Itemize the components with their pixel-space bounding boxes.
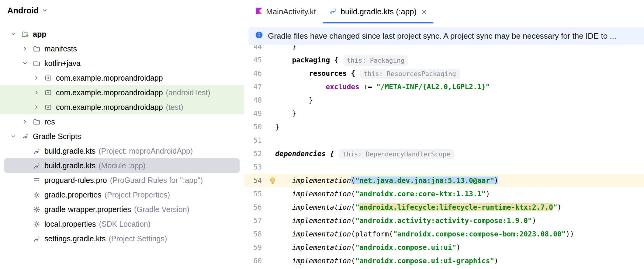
- code-token: [275, 56, 292, 64]
- project-tree: appmanifestskotlin+javacom.example.mopro…: [0, 19, 244, 246]
- code-token: "androidx.core:core-ktx:1.13.1": [355, 190, 486, 198]
- line-number[interactable]: 50: [244, 120, 262, 134]
- line-number[interactable]: 54: [244, 174, 262, 187]
- close-icon[interactable]: ×: [421, 7, 427, 16]
- tree-item-label: build.gradle.kts: [44, 147, 95, 155]
- code-token: [275, 243, 292, 251]
- editor-tab[interactable]: MainActivity.kt: [249, 0, 323, 23]
- tree-row[interactable]: com.example.moproandroidapp: [0, 71, 244, 85]
- tree-row[interactable]: local.properties(SDK Location): [0, 217, 244, 231]
- code-token: "androidx.compose.ui:ui": [355, 243, 456, 251]
- tab-label: build.gradle.kts (:app): [341, 7, 417, 16]
- chevron-right-icon[interactable]: [22, 46, 33, 52]
- code-token: ): [532, 217, 536, 225]
- kotlin-icon: [256, 7, 262, 16]
- code-token: implementation: [292, 217, 351, 225]
- line-number[interactable]: 53: [244, 160, 262, 174]
- code-line-content[interactable]: }: [262, 93, 313, 107]
- code-line-content[interactable]: [262, 160, 275, 174]
- code-token: (: [351, 257, 355, 265]
- tree-row[interactable]: com.example.moproandroidapp(test): [0, 100, 244, 114]
- tree-item-suffix: (ProGuard Rules for ":app"): [110, 176, 203, 185]
- tree-item-label: com.example.moproandroidapp: [56, 74, 163, 82]
- code-line-content[interactable]: resources {this: ResourcesPackaging: [262, 67, 460, 80]
- tree-row[interactable]: manifests: [0, 41, 244, 56]
- tree-row[interactable]: build.gradle.kts(Module :app): [4, 158, 240, 173]
- line-number[interactable]: 51: [244, 134, 262, 147]
- chevron-right-icon[interactable]: [33, 104, 44, 110]
- line-number[interactable]: 55: [244, 187, 262, 201]
- tree-row[interactable]: gradle-wrapper.properties(Gradle Version…: [0, 202, 244, 217]
- code-line: 45 packaging {this: Packaging: [244, 53, 644, 67]
- tree-item-suffix: (Project Properties): [105, 190, 170, 199]
- code-line-content[interactable]: }: [262, 107, 296, 120]
- gradle-file-icon: [33, 147, 44, 155]
- line-number[interactable]: 60: [244, 254, 262, 267]
- code-line-content[interactable]: dependencies {this: DependencyHandlerSco…: [262, 147, 454, 160]
- info-icon: [255, 31, 263, 41]
- gradle-file-icon: [33, 162, 44, 169]
- tree-row[interactable]: build.gradle.kts(Project: moproAndroidAp…: [0, 144, 244, 158]
- tree-row[interactable]: res: [0, 114, 244, 129]
- chevron-right-icon[interactable]: [22, 119, 33, 125]
- code-line: 49 }: [244, 107, 644, 120]
- package-icon: [44, 89, 56, 96]
- line-number[interactable]: 52: [244, 147, 262, 160]
- folder-icon: [33, 60, 44, 67]
- chevron-down-icon[interactable]: [10, 31, 21, 37]
- code-line-content[interactable]: }: [262, 120, 279, 134]
- code-token: (: [351, 190, 355, 198]
- line-number[interactable]: 48: [244, 93, 262, 107]
- code-line-content[interactable]: implementation("androidx.core:core-ktx:1…: [262, 187, 490, 201]
- code-line-content[interactable]: implementation("androidx.compose.ui:ui-g…: [262, 254, 498, 267]
- gear-icon: [33, 191, 44, 199]
- editor-tab[interactable]: build.gradle.kts (:app)×: [323, 0, 434, 23]
- project-view-title: Android: [7, 6, 39, 16]
- code-line-content[interactable]: [262, 134, 275, 147]
- code-line-content[interactable]: implementation(platform("androidx.compos…: [262, 227, 574, 241]
- line-number[interactable]: 46: [244, 67, 262, 80]
- tree-item-label: build.gradle.kts: [44, 161, 95, 170]
- tree-row[interactable]: gradle.properties(Project Properties): [0, 187, 244, 202]
- project-view-selector[interactable]: Android: [0, 0, 244, 19]
- ide-window: Android appmanifestskotlin+javacom.examp…: [0, 0, 644, 269]
- chevron-right-icon[interactable]: [33, 89, 44, 96]
- code-line-content[interactable]: packaging {this: Packaging: [262, 53, 408, 67]
- line-number[interactable]: 56: [244, 201, 262, 214]
- code-line-content[interactable]: implementation("androidx.lifecycle:lifec…: [262, 201, 562, 214]
- tree-row[interactable]: com.example.moproandroidapp(androidTest): [0, 85, 244, 100]
- chevron-down-icon[interactable]: [22, 60, 33, 66]
- line-number[interactable]: 45: [244, 53, 262, 67]
- line-number[interactable]: 58: [244, 227, 262, 241]
- code-token: implementation: [292, 176, 351, 184]
- line-number[interactable]: 47: [244, 80, 262, 93]
- code-line-content[interactable]: excludes += "/META-INF/{AL2.0,LGPL2.1}": [262, 80, 490, 93]
- code-token: ): [486, 190, 490, 198]
- tree-item-suffix: (Project Settings): [109, 234, 167, 243]
- tree-item-label: com.example.moproandroidapp: [56, 103, 163, 112]
- tree-row[interactable]: Gradle Scripts: [0, 129, 244, 144]
- code-line-content[interactable]: implementation("net.java.dev.jna:jna:5.1…: [262, 174, 498, 187]
- code-token: +=: [359, 83, 376, 91]
- code-line: 55 implementation("androidx.core:core-kt…: [244, 187, 644, 201]
- code-token: ): [494, 176, 498, 184]
- chevron-right-icon[interactable]: [33, 75, 44, 81]
- tree-row[interactable]: proguard-rules.pro(ProGuard Rules for ":…: [0, 173, 244, 187]
- tree-item-label: gradle-wrapper.properties: [44, 205, 131, 214]
- code-editor[interactable]: 44 }45 packaging {this: Packaging46 reso…: [244, 40, 644, 269]
- tree-row[interactable]: kotlin+java: [0, 56, 244, 71]
- code-line-content[interactable]: implementation("androidx.compose.ui:ui"): [262, 241, 460, 254]
- code-token: (platform(: [351, 230, 393, 238]
- line-number[interactable]: 59: [244, 241, 262, 254]
- tree-row[interactable]: settings.gradle.kts(Project Settings): [0, 231, 244, 246]
- list-icon: [33, 176, 44, 184]
- code-line-content[interactable]: implementation("androidx.activity:activi…: [262, 214, 536, 227]
- code-line: 53: [244, 160, 644, 174]
- code-token: [275, 217, 292, 225]
- code-token: "androidx.activity:activity-compose:1.9.…: [355, 217, 532, 225]
- code-token: (: [351, 176, 355, 184]
- line-number[interactable]: 49: [244, 107, 262, 120]
- chevron-down-icon[interactable]: [10, 133, 21, 139]
- tree-row[interactable]: app: [0, 27, 244, 41]
- line-number[interactable]: 57: [244, 214, 262, 227]
